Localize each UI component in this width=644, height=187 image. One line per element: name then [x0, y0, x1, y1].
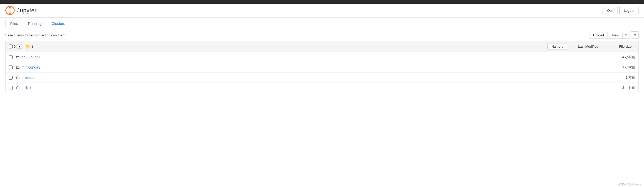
breadcrumb-slash: / [32, 45, 33, 49]
new-button-group: New ▼ [609, 32, 630, 39]
tabs: Files Running Clusters [5, 18, 639, 28]
new-button[interactable]: New [609, 32, 622, 38]
breadcrumb: 📁 / [25, 44, 33, 50]
folder-icon-0: 🗀 [16, 55, 20, 59]
jupyter-logo-icon [5, 6, 15, 15]
breadcrumb-folder-icon: 📁 [25, 44, 31, 50]
tab-clusters[interactable]: Clusters [47, 19, 70, 28]
name-column-header[interactable]: Name ↓ [547, 43, 567, 50]
file-name-0[interactable]: dell-ubuntu [22, 55, 40, 59]
jupyter-header: Jupyter Quit Logout [0, 4, 644, 18]
table-row: 🗀 u-disk 2 小时前 [6, 83, 638, 93]
main-content: Files Running Clusters Select items to p… [0, 18, 644, 93]
quit-button[interactable]: Quit [603, 7, 618, 14]
file-list-header: 0 ▼ 📁 / Name ↓ Last Modified File size [6, 41, 638, 52]
header-count: 0 [14, 45, 15, 48]
table-row: 🗀 dell-ubuntu 4 小时前 [6, 52, 638, 62]
table-row: 🗀 miniconda3 1 小时前 [6, 62, 638, 73]
select-all-checkbox[interactable] [9, 45, 13, 48]
svg-point-2 [9, 12, 11, 14]
row-checkbox-3[interactable] [9, 86, 13, 90]
header-dropdown-button[interactable]: ▼ [17, 45, 22, 49]
logout-button[interactable]: Logout [619, 7, 639, 14]
file-size-column-header: File size [609, 43, 635, 50]
file-name-1[interactable]: miniconda3 [22, 65, 40, 69]
tab-running[interactable]: Running [23, 19, 47, 28]
header-check-area: 0 ▼ [9, 45, 22, 49]
last-modified-column-header: Last Modified [567, 43, 609, 50]
row-checkbox-0[interactable] [9, 55, 13, 59]
upload-button[interactable]: Upload [589, 32, 608, 39]
header-columns: Name ↓ Last Modified File size [547, 43, 635, 50]
file-name-2[interactable]: projects [22, 75, 34, 80]
new-dropdown-button[interactable]: ▼ [622, 32, 630, 38]
toolbar-right: Upload New ▼ ↻ [589, 31, 639, 39]
row-checkbox-2[interactable] [9, 76, 13, 80]
header-buttons: Quit Logout [603, 7, 639, 14]
tab-files[interactable]: Files [5, 19, 23, 28]
folder-icon-3: 🗀 [16, 85, 20, 90]
file-name-3[interactable]: u-disk [22, 86, 31, 90]
file-list-container: 0 ▼ 📁 / Name ↓ Last Modified File size 🗀… [5, 41, 639, 93]
file-date-0: 4 小时前 [593, 55, 635, 59]
toolbar-row: Select items to perform actions on them.… [5, 31, 639, 39]
file-date-1: 1 小时前 [593, 65, 635, 70]
folder-icon-2: 🗀 [16, 75, 20, 80]
folder-icon-1: 🗀 [16, 65, 20, 70]
table-row: 🗀 projects 1 年前 [6, 73, 638, 83]
file-date-2: 1 年前 [593, 75, 635, 80]
row-checkbox-1[interactable] [9, 65, 13, 69]
browser-bar [0, 0, 644, 4]
file-date-3: 2 小时前 [593, 85, 635, 90]
svg-point-1 [9, 7, 11, 9]
jupyter-logo: Jupyter [5, 6, 37, 15]
refresh-button[interactable]: ↻ [631, 31, 639, 39]
jupyter-logo-text: Jupyter [17, 7, 37, 14]
select-info-text: Select items to perform actions on them. [5, 33, 66, 37]
